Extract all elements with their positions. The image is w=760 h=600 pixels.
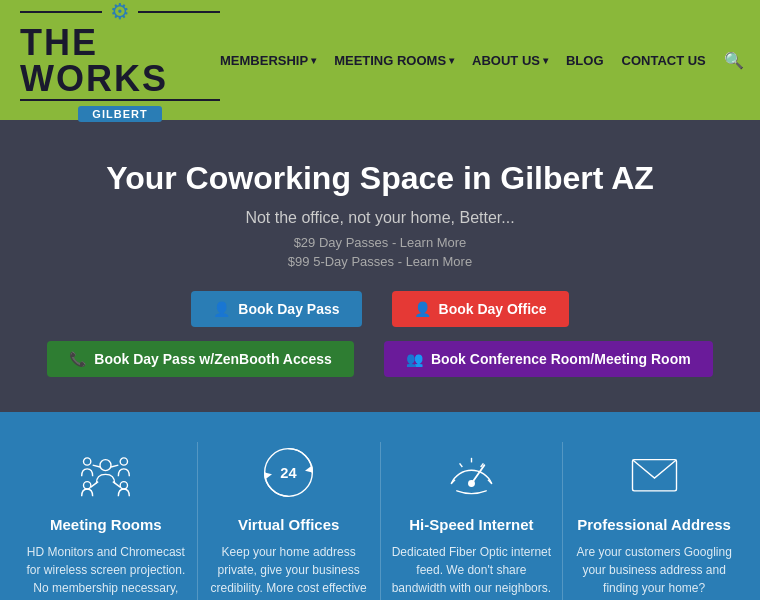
hero-title: Your Coworking Space in Gilbert AZ: [20, 160, 740, 197]
feature-professional-address-title: Professional Address: [573, 516, 735, 533]
svg-point-19: [469, 480, 475, 486]
features-section: Meeting Rooms HD Monitors and Chromecast…: [0, 412, 760, 600]
chevron-down-icon: ▾: [311, 55, 316, 66]
speedometer-icon: [441, 442, 501, 502]
svg-line-8: [113, 481, 120, 487]
logo-badge: GILBERT: [78, 106, 161, 122]
nav-item-contact-us[interactable]: CONTACT US: [622, 53, 706, 68]
hero-buttons-row2: 📞 Book Day Pass w/ZenBooth Access 👥 Book…: [20, 341, 740, 377]
price-line-2: $99 5-Day Passes - Learn More: [20, 254, 740, 269]
svg-line-5: [93, 465, 100, 467]
gear-icon: ⚙: [110, 0, 130, 25]
people-icon: 👥: [406, 351, 423, 367]
feature-hi-speed-title: Hi-Speed Internet: [391, 516, 553, 533]
nav-item-blog[interactable]: BLOG: [566, 53, 604, 68]
clock-24-icon: 24: [259, 442, 319, 502]
logo[interactable]: ⚙ THE WORKS GILBERT: [20, 0, 220, 122]
book-day-office-button[interactable]: 👤 Book Day Office: [392, 291, 569, 327]
feature-virtual-offices-title: Virtual Offices: [208, 516, 370, 533]
price-line-1: $29 Day Passes - Learn More: [20, 235, 740, 250]
chevron-down-icon: ▾: [543, 55, 548, 66]
feature-meeting-rooms-desc: HD Monitors and Chromecast for wireless …: [25, 543, 187, 600]
person-icon: 👤: [414, 301, 431, 317]
svg-line-7: [91, 481, 98, 487]
svg-marker-11: [305, 465, 312, 472]
feature-virtual-offices-desc: Keep your home address private, give you…: [208, 543, 370, 600]
phone-icon: 📞: [69, 351, 86, 367]
header: ⚙ THE WORKS GILBERT MEMBERSHIP ▾ MEETING…: [0, 0, 760, 120]
people-network-icon: [76, 442, 136, 502]
nav-item-meeting-rooms[interactable]: MEETING ROOMS ▾: [334, 53, 454, 68]
book-conference-button[interactable]: 👥 Book Conference Room/Meeting Room: [384, 341, 713, 377]
book-day-pass-button[interactable]: 👤 Book Day Pass: [191, 291, 361, 327]
hero-section: Your Coworking Space in Gilbert AZ Not t…: [0, 120, 760, 412]
svg-point-1: [84, 457, 91, 464]
feature-hi-speed-internet: Hi-Speed Internet Dedicated Fiber Optic …: [381, 442, 564, 600]
chevron-down-icon: ▾: [449, 55, 454, 66]
hero-subtitle: Not the office, not your home, Better...: [20, 209, 740, 227]
envelope-icon: [624, 442, 684, 502]
hero-buttons-row1: 👤 Book Day Pass 👤 Book Day Office: [20, 291, 740, 327]
feature-hi-speed-desc: Dedicated Fiber Optic internet feed. We …: [391, 543, 553, 600]
nav-item-about-us[interactable]: ABOUT US ▾: [472, 53, 548, 68]
svg-line-14: [459, 463, 462, 467]
feature-meeting-rooms-title: Meeting Rooms: [25, 516, 187, 533]
feature-virtual-offices: 24 Virtual Offices Keep your home addres…: [198, 442, 381, 600]
book-zenbooth-button[interactable]: 📞 Book Day Pass w/ZenBooth Access: [47, 341, 354, 377]
svg-point-3: [84, 481, 91, 488]
feature-meeting-rooms: Meeting Rooms HD Monitors and Chromecast…: [15, 442, 198, 600]
feature-professional-address: Professional Address Are your customers …: [563, 442, 745, 600]
svg-text:24: 24: [280, 465, 297, 481]
svg-marker-12: [265, 472, 272, 479]
svg-point-0: [100, 459, 111, 470]
person-icon: 👤: [213, 301, 230, 317]
logo-text: THE WORKS: [20, 25, 220, 97]
svg-point-2: [121, 457, 128, 464]
svg-point-4: [121, 481, 128, 488]
search-icon[interactable]: 🔍: [724, 51, 744, 70]
feature-professional-address-desc: Are your customers Googling your busines…: [573, 543, 735, 600]
nav-item-membership[interactable]: MEMBERSHIP ▾: [220, 53, 316, 68]
svg-line-6: [111, 465, 118, 467]
nav: MEMBERSHIP ▾ MEETING ROOMS ▾ ABOUT US ▾ …: [220, 51, 744, 70]
